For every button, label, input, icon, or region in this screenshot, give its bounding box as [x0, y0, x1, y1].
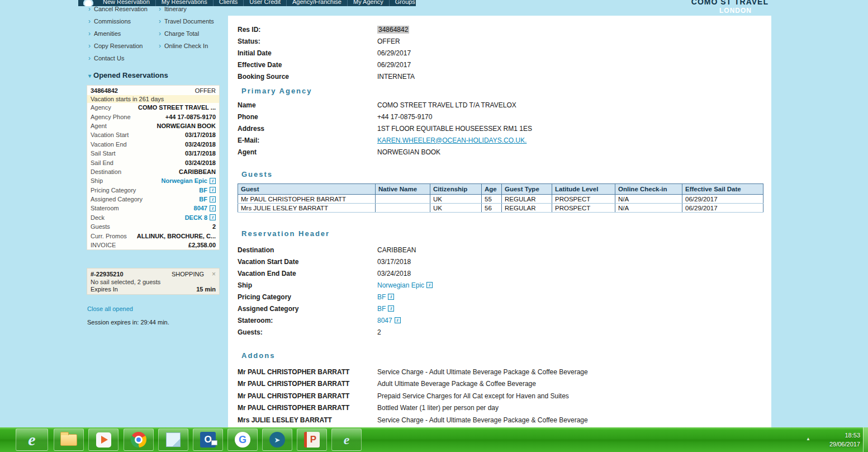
card-row-value-wrap: BF i: [199, 187, 216, 194]
send-arrow-icon: ➤: [269, 432, 285, 448]
card-row-value-wrap: 03/17/2018: [185, 150, 216, 157]
close-all-opened-link[interactable]: Close all opened: [87, 305, 133, 312]
taskbar-internet-explorer-button[interactable]: e: [16, 429, 48, 451]
section-title-guests: Guests: [241, 170, 771, 179]
taskbar-internet-explorer-2-button[interactable]: e: [331, 429, 362, 451]
nav-menu-item[interactable]: User Credit: [244, 0, 287, 6]
taskbar-chrome-button[interactable]: [124, 429, 154, 451]
addon-description: Bottled Water (1 liter) per person per d…: [377, 404, 499, 412]
taskbar-powerpoint-button[interactable]: P: [297, 429, 327, 451]
guest-row: Mr PAUL CHRISTOPHER BARRATT UK 55 REGULA…: [238, 195, 763, 204]
sidebar-link[interactable]: ›Cancel Reservation: [88, 3, 158, 15]
card-row-label: Sail Start: [91, 150, 116, 157]
info-icon[interactable]: i: [210, 214, 216, 220]
expires-label: Expires In: [91, 286, 118, 293]
reservation-card-row: Agency COMO STREET TRAVEL ...: [87, 103, 219, 112]
field-value: 06/29/2017: [377, 49, 411, 57]
card-row-value: 8047: [194, 205, 207, 211]
reservation-header-field-row: Pricing Category BF i: [238, 291, 771, 303]
card-row-value-wrap: +44 17-0875-9170: [165, 114, 216, 120]
quick-links-column-1: ›Cancel Reservation ›Commissions ›Amenit…: [88, 3, 158, 64]
close-icon[interactable]: ×: [212, 270, 216, 278]
addon-description: Service Charge - Adult Ultimate Beverage…: [377, 368, 588, 376]
opened-reservations-header[interactable]: ▾Opened Reservations: [88, 71, 168, 79]
sidebar-link[interactable]: ›Amenities: [88, 27, 158, 40]
field-value-text: 06/29/2017: [377, 49, 411, 57]
taskbar-google-button[interactable]: G: [227, 429, 258, 451]
taskbar-media-player-button[interactable]: [88, 429, 118, 451]
card-row-value-wrap: DECK 8 i: [185, 214, 216, 221]
field-value-text: 8047: [377, 317, 392, 324]
guest-latitude-cell: PROSPECT: [552, 195, 615, 204]
sidebar-link-label: Amenities: [94, 30, 121, 37]
sidebar-link-label: Commissions: [94, 18, 131, 25]
info-icon[interactable]: i: [210, 196, 216, 203]
taskbar-sticky-notes-button[interactable]: [158, 429, 188, 451]
guest-name-cell: Mr PAUL CHRISTOPHER BARRATT: [238, 195, 376, 204]
shopping-expiry-row: Expires In 15 min: [91, 286, 216, 293]
nav-menu-item[interactable]: My Agency: [348, 0, 390, 6]
sidebar-link[interactable]: ›Travel Documents: [159, 15, 225, 27]
sidebar-link[interactable]: ›Charge Total: [159, 27, 225, 40]
info-icon[interactable]: i: [395, 317, 401, 323]
card-row-value: COMO STREET TRAVEL ...: [138, 104, 216, 111]
taskbar-send-arrow-button[interactable]: ➤: [262, 429, 292, 451]
card-row-value-wrap: BF i: [199, 196, 216, 203]
guest-type-cell: REGULAR: [502, 195, 552, 204]
info-icon[interactable]: i: [426, 282, 433, 288]
field-label: Pricing Category: [238, 293, 377, 301]
taskbar-clock[interactable]: 18:53 29/06/2017: [829, 431, 860, 449]
reservation-card-row: Assigned Category BF i: [87, 195, 219, 204]
card-row-value-wrap: 03/24/2018: [185, 141, 216, 148]
sidebar-link-label: Copy Reservation: [94, 43, 143, 49]
field-value: KAREN.WHEELER@OCEAN-HOLIDAYS.CO.UK.: [377, 136, 527, 144]
guests-table: GuestNative NameCitizenshipAgeGuest Type…: [238, 183, 763, 213]
card-row-label: Stateroom: [91, 205, 119, 211]
info-icon[interactable]: i: [210, 205, 216, 211]
field-value-text: INTERNETA: [377, 73, 415, 81]
nav-menu-item[interactable]: Groups: [390, 0, 416, 6]
shopping-cart-card[interactable]: #-22935210 SHOPPING × No sail selected, …: [87, 268, 220, 295]
folder-icon: [60, 434, 77, 446]
guests-column-header: Native Name: [376, 184, 430, 195]
session-expiry-text: Session expires in: 29:44 min.: [87, 319, 169, 326]
vacation-countdown-banner: Vacation starts in 261 days: [87, 95, 219, 103]
reservation-card-row: Sail Start 03/17/2018: [87, 149, 219, 158]
card-row-value-wrap: 8047 i: [194, 205, 216, 211]
opened-reservation-card[interactable]: 34864842 OFFER Vacation starts in 261 da…: [87, 85, 220, 250]
reservation-card-row: Sail End 03/24/2018: [87, 158, 219, 167]
tray-expand-icon[interactable]: ▲: [806, 436, 810, 441]
show-desktop-button[interactable]: [863, 427, 868, 452]
sidebar-link[interactable]: ›Contact Us: [88, 52, 158, 64]
card-row-value: 2: [212, 223, 216, 230]
field-value-text: 06/29/2017: [377, 61, 411, 69]
addon-description: Adult Ultimate Beverage Package & Coffee…: [377, 380, 536, 388]
reservation-header-field-row: Vacation Start Date 03/17/2018: [238, 256, 771, 267]
sidebar-link[interactable]: ›Copy Reservation: [88, 40, 158, 52]
info-icon[interactable]: i: [388, 294, 394, 300]
field-value-text: 1ST FLOOR EQUITABLE HOUSEESSEX RM1 1ES: [377, 125, 532, 133]
sidebar-link[interactable]: ›Itinerary: [159, 3, 225, 15]
field-value: 1ST FLOOR EQUITABLE HOUSEESSEX RM1 1ES: [377, 125, 532, 133]
taskbar-file-explorer-button[interactable]: [54, 429, 84, 451]
field-value: INTERNETA: [377, 73, 415, 81]
field-value-text: 03/24/2018: [377, 270, 411, 277]
sidebar-link[interactable]: ›Online Check In: [159, 40, 225, 52]
info-icon[interactable]: i: [210, 187, 216, 193]
section-title-reservation-header: Reservation Header: [241, 229, 771, 238]
nav-menu-item[interactable]: Agency/Franchise: [287, 0, 348, 6]
internet-explorer-icon: e: [344, 431, 350, 448]
taskbar-outlook-button[interactable]: O: [193, 429, 223, 451]
reservation-card-row: Guests 2: [87, 222, 219, 231]
card-row-value: BF: [199, 187, 207, 194]
addon-description: Service Charge - Adult Ultimate Beverage…: [377, 416, 588, 424]
field-value: 2: [377, 328, 381, 336]
reservation-card-row: Vacation End 03/24/2018: [87, 140, 219, 149]
info-icon[interactable]: i: [388, 305, 394, 312]
agency-field-row: Name COMO STREET TRAVEL LTD T/A TRAVELOX: [238, 99, 771, 111]
info-icon[interactable]: i: [210, 178, 216, 184]
sidebar-link[interactable]: ›Commissions: [88, 15, 158, 27]
reservation-card-row: INVOICE £2,358.00: [87, 241, 219, 249]
chevron-right-icon: ›: [88, 6, 91, 12]
reservation-card-row: Ship Norwegian Epic i: [87, 176, 219, 185]
